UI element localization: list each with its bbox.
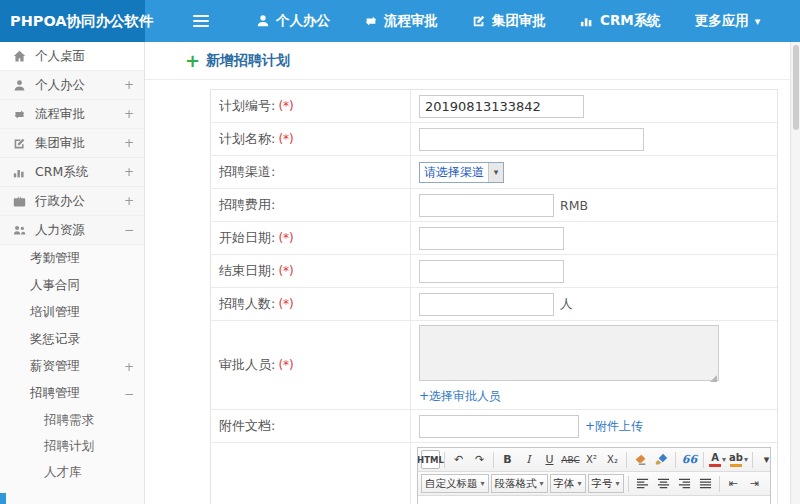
attachment-input[interactable] xyxy=(419,415,579,438)
superscript-button[interactable]: X² xyxy=(582,450,601,469)
editor-content-area[interactable] xyxy=(418,496,770,504)
plan-no-input[interactable] xyxy=(419,95,584,118)
sidebar-item-salary[interactable]: 薪资管理 + xyxy=(0,353,144,380)
menu-toggle-icon[interactable] xyxy=(193,20,209,22)
choose-approver-link[interactable]: +选择审批人员 xyxy=(419,388,501,405)
end-date-input[interactable] xyxy=(419,260,564,283)
sidebar-item-hr[interactable]: 人力资源 − xyxy=(0,216,144,245)
sidebar-item-group-approval[interactable]: 集团审批 + xyxy=(0,129,144,158)
format-painter-button[interactable] xyxy=(652,450,671,469)
sidebar-scrollbar-thumb[interactable] xyxy=(0,493,6,504)
undo-button[interactable]: ↶ xyxy=(449,450,468,469)
align-right-icon xyxy=(678,477,691,490)
paragraph-format-dropdown[interactable]: 段落格式 ▾ xyxy=(491,474,548,493)
cost-suffix: RMB xyxy=(560,198,588,213)
approver-textarea[interactable] xyxy=(419,325,719,381)
collapse-toggle-icon[interactable]: − xyxy=(124,223,134,237)
collapse-toggle-icon[interactable]: − xyxy=(124,387,134,401)
bold-button[interactable]: B xyxy=(498,450,517,469)
form-row-approver: 审批人员: (*) +选择审批人员 xyxy=(211,321,777,410)
html-source-button[interactable]: HTML xyxy=(421,450,440,469)
redo-button[interactable]: ↷ xyxy=(470,450,489,469)
main-content: + 新增招聘计划 计划编号: (*) 计划名称: (*) xyxy=(145,42,800,504)
attachment-label: 附件文档: xyxy=(211,410,411,442)
align-right-button[interactable] xyxy=(675,474,694,493)
attachment-upload-link[interactable]: +附件上传 xyxy=(585,418,643,435)
italic-button[interactable]: I xyxy=(519,450,538,469)
remove-format-button[interactable] xyxy=(631,450,650,469)
home-icon xyxy=(13,50,26,63)
outdent-button[interactable]: ⇤ xyxy=(724,474,743,493)
sidebar-item-recruit-plan[interactable]: 招聘计划 xyxy=(0,433,144,459)
expand-toggle-icon[interactable]: + xyxy=(124,194,134,208)
sidebar-item-attendance[interactable]: 考勤管理 xyxy=(0,245,144,272)
page-scrollbar-thumb[interactable] xyxy=(793,45,799,130)
sidebar-item-rewards[interactable]: 奖惩记录 xyxy=(0,326,144,353)
blockquote-button[interactable]: 66 xyxy=(680,450,699,469)
expand-toggle-icon[interactable]: + xyxy=(124,78,134,92)
sidebar-item-process-approval[interactable]: 流程审批 + xyxy=(0,100,144,129)
align-justify-icon xyxy=(699,477,712,490)
highlight-color-swatch xyxy=(730,464,742,467)
sidebar-item-personal-office[interactable]: 个人办公 + xyxy=(0,71,144,100)
edit-icon xyxy=(472,14,486,28)
sidebar-item-training[interactable]: 培训管理 xyxy=(0,299,144,326)
subscript-button[interactable]: X₂ xyxy=(603,450,622,469)
align-justify-button[interactable] xyxy=(696,474,715,493)
page-scrollbar[interactable] xyxy=(790,42,800,504)
cost-label: 招聘费用: xyxy=(211,189,411,221)
highlight-color-button[interactable]: ab ▾ xyxy=(729,450,748,469)
expand-toggle-icon[interactable]: + xyxy=(124,136,134,150)
cost-input[interactable] xyxy=(419,194,554,217)
headcount-suffix: 人 xyxy=(560,296,573,313)
sidebar-item-crm[interactable]: CRM系统 + xyxy=(0,158,144,187)
user-icon xyxy=(13,79,26,92)
plan-no-label: 计划编号: (*) xyxy=(211,90,411,122)
nav-crm-system[interactable]: CRM系统 xyxy=(563,0,678,42)
plan-name-input[interactable] xyxy=(419,128,644,151)
expand-toggle-icon[interactable]: + xyxy=(124,165,134,179)
nav-process-approval[interactable]: 流程审批 xyxy=(347,0,455,42)
nav-personal-office[interactable]: 个人办公 xyxy=(239,0,347,42)
align-left-button[interactable] xyxy=(633,474,652,493)
expand-toggle-icon[interactable]: + xyxy=(124,107,134,121)
nav-group-approval[interactable]: 集团审批 xyxy=(455,0,563,42)
form-row-start-date: 开始日期: (*) xyxy=(211,222,777,255)
brush-icon xyxy=(655,453,668,466)
font-family-dropdown[interactable]: 字体 ▾ xyxy=(550,474,586,493)
indent-button[interactable]: ⇥ xyxy=(745,474,764,493)
toolbar-separator xyxy=(703,452,704,468)
toolbar-separator xyxy=(752,452,753,468)
align-center-icon xyxy=(657,477,670,490)
more-tools-button[interactable]: ▾ xyxy=(757,450,770,469)
nav-label: 流程审批 xyxy=(384,12,438,30)
caret-down-icon: ▾ xyxy=(481,479,485,488)
edit-icon xyxy=(13,137,26,150)
form-row-cost: 招聘费用: RMB xyxy=(211,189,777,222)
required-mark: (*) xyxy=(278,132,293,146)
align-center-button[interactable] xyxy=(654,474,673,493)
start-date-input[interactable] xyxy=(419,227,564,250)
sidebar-item-recruit-mgmt[interactable]: 招聘管理 − xyxy=(0,380,144,407)
top-nav: 个人办公 流程审批 集团审批 CRM系统 更多应用 ▾ xyxy=(145,0,777,42)
app-logo: PHPOA协同办公软件 xyxy=(0,0,145,42)
underline-button[interactable]: U xyxy=(540,450,559,469)
headcount-input[interactable] xyxy=(419,293,554,316)
sidebar-item-admin-office[interactable]: 行政办公 + xyxy=(0,187,144,216)
sidebar-item-recruit-demand[interactable]: 招聘需求 xyxy=(0,407,144,433)
strikethrough-button[interactable]: ABC xyxy=(561,450,580,469)
expand-toggle-icon[interactable]: + xyxy=(124,360,134,374)
form-row-end-date: 结束日期: (*) xyxy=(211,255,777,288)
sidebar-item-desktop[interactable]: 个人桌面 xyxy=(0,42,144,71)
channel-select[interactable]: 请选择渠道 ▾ xyxy=(419,162,504,183)
form-row-attachment: 附件文档: +附件上传 xyxy=(211,410,777,443)
sidebar-item-hr-contract[interactable]: 人事合同 xyxy=(0,272,144,299)
sidebar-item-talent-pool[interactable]: 人才库 xyxy=(0,459,144,485)
nav-label: 个人办公 xyxy=(276,12,330,30)
toolbar-separator xyxy=(493,452,494,468)
font-color-button[interactable]: A ▾ xyxy=(708,450,727,469)
font-size-dropdown[interactable]: 字号 ▾ xyxy=(588,474,624,493)
custom-heading-dropdown[interactable]: 自定义标题 ▾ xyxy=(421,474,489,493)
chart-icon xyxy=(580,14,594,28)
nav-more-apps[interactable]: 更多应用 ▾ xyxy=(678,0,778,42)
